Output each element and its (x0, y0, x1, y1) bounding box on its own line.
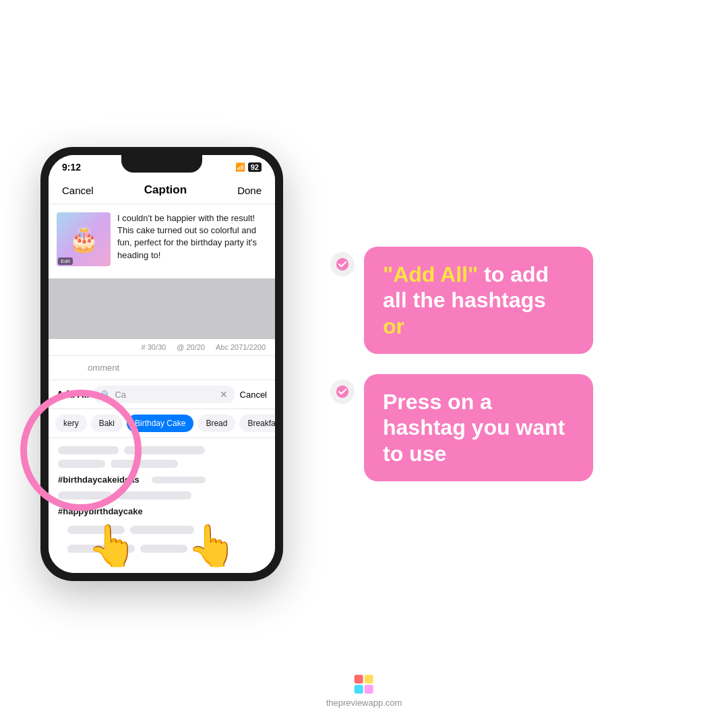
caption-text[interactable]: I couldn't be happier with the result! T… (117, 212, 267, 270)
status-time: 9:12 (62, 162, 81, 173)
phone-notch (121, 155, 202, 173)
hashtag-counter: # 30/30 (142, 343, 166, 351)
phone-screen: 9:12 📶 92 Cancel Caption Done 🎂 (49, 155, 275, 573)
callout-bubble-1: "Add All" to add all the hashtags or (364, 247, 593, 354)
footer-url: thepreviewapp.com (326, 698, 402, 708)
search-icon: 🔍 (101, 390, 111, 399)
list-item (49, 489, 275, 502)
cake-emoji: 🎂 (69, 225, 99, 253)
search-text: Ca (115, 390, 126, 400)
search-cancel-button[interactable]: Cancel (240, 390, 267, 400)
search-field[interactable]: 🔍 Ca ✕ (94, 386, 234, 403)
category-pill-breakfast[interactable]: Breakfa (239, 415, 275, 432)
mention-counter: @ 20/20 (177, 343, 205, 351)
right-callout: "Add All" to add all the hashtags or Pre… (297, 247, 688, 481)
hashtag-happybirthdaycake[interactable]: #happybirthdaycake (58, 506, 143, 516)
wifi-icon: 📶 (235, 162, 245, 172)
list-item (49, 457, 275, 471)
category-pill-baking[interactable]: Baki (91, 415, 123, 432)
status-icons: 📶 92 (235, 162, 262, 172)
post-thumbnail[interactable]: 🎂 Edit (57, 212, 111, 266)
comment-area[interactable]: Cancel omment (49, 356, 275, 380)
page-container: 9:12 📶 92 Cancel Caption Done 🎂 (0, 0, 728, 728)
nav-title: Caption (144, 183, 187, 197)
comment-text: omment (88, 363, 119, 373)
nav-bar: Cancel Caption Done (49, 177, 275, 204)
hashtag-birthdaycakeideas[interactable]: #birthdaycakeideas (58, 475, 140, 485)
check-icon-1 (330, 252, 355, 276)
phone-wrapper: 9:12 📶 92 Cancel Caption Done 🎂 (40, 147, 297, 581)
footer: thepreviewapp.com (326, 675, 402, 708)
hashtag-search-bar: Add All 🔍 Ca ✕ Cancel (49, 380, 275, 409)
search-clear-icon[interactable]: ✕ (220, 389, 228, 400)
hashtag-count-blur-1 (152, 477, 206, 483)
battery-indicator: 92 (248, 162, 262, 172)
check-icon-2 (330, 380, 355, 404)
category-pills: kery Baki Birthday Cake Bread Breakfa (49, 409, 275, 438)
gray-area (49, 278, 275, 339)
callout-bubble-2: Press on a hashtag you want to use (364, 374, 593, 481)
svg-point-0 (336, 258, 348, 270)
callout-item-2: Press on a hashtag you want to use (330, 374, 688, 481)
category-pill-bread[interactable]: Bread (198, 415, 235, 432)
edit-label[interactable]: Edit (58, 257, 73, 265)
cancel-button[interactable]: Cancel (62, 185, 94, 196)
svg-point-1 (336, 386, 348, 398)
add-all-button[interactable]: Add All (57, 389, 89, 400)
hashtag-row-birthdaycakeideas[interactable]: #birthdaycakeideas (49, 471, 275, 489)
list-item (58, 523, 266, 537)
callout-add-all-label: "Add All" (383, 262, 478, 286)
counter-bar: # 30/30 @ 20/20 Abc 2071/2200 (49, 339, 275, 356)
app-logo (355, 675, 373, 694)
done-button[interactable]: Done (237, 185, 262, 196)
post-area: 🎂 Edit I couldn't be happier with the re… (49, 204, 275, 278)
hashtag-list: #birthdaycakeideas #happybirthdaycake (49, 438, 275, 573)
callout-or-text: or (383, 314, 404, 338)
callout-item-1: "Add All" to add all the hashtags or (330, 247, 688, 354)
list-item (49, 444, 275, 457)
list-item (58, 542, 266, 555)
phone-frame: 9:12 📶 92 Cancel Caption Done 🎂 (40, 147, 283, 581)
callout-text-2: Press on a hashtag you want to use (383, 390, 565, 466)
category-pill-birthday-cake[interactable]: Birthday Cake (127, 415, 193, 432)
category-pill-bakery[interactable]: kery (55, 415, 87, 432)
char-counter: Abc 2071/2200 (216, 343, 266, 351)
hashtag-row-happybirthdaycake[interactable]: #happybirthdaycake (49, 502, 275, 520)
